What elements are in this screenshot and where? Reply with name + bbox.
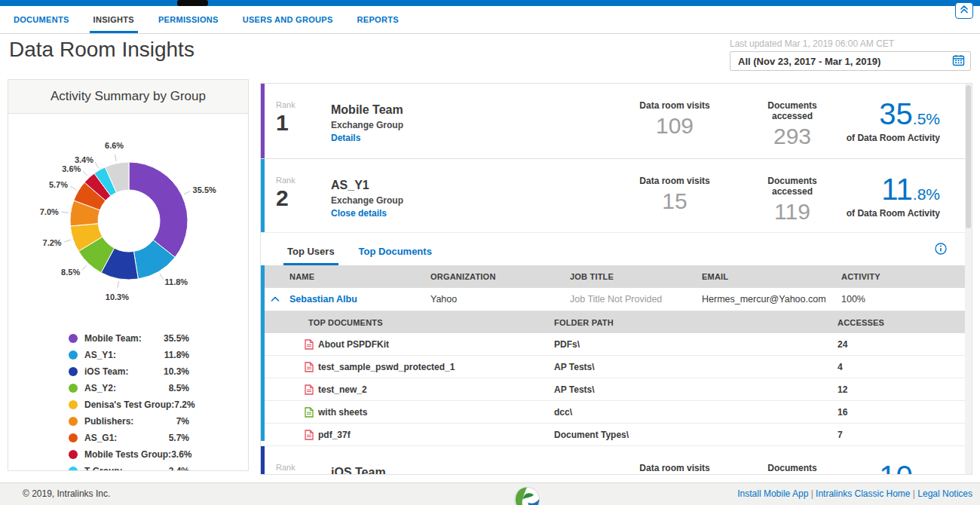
document-accesses: 16: [838, 407, 972, 418]
svg-text:35.5%: 35.5%: [193, 185, 216, 194]
svg-text:7.0%: 7.0%: [40, 207, 59, 216]
info-icon[interactable]: [935, 243, 947, 255]
last-updated-text: Last updated Mar 1, 2019 06:00 AM CET: [730, 38, 894, 49]
group-type: Exchange Group: [331, 195, 403, 206]
document-folder-path: AP Tests\: [554, 362, 838, 372]
main-nav: DOCUMENTS INSIGHTS PERMISSIONS USERS AND…: [0, 6, 980, 34]
chart-legend: Mobile Team: 35.5% AS_Y1: 11.8% iOS Team…: [69, 330, 189, 471]
document-folder-path: AP Tests\: [554, 384, 838, 395]
documents-list: About PSPDFKit PDFs\ 24 test_sample_pswd…: [261, 333, 972, 446]
tab-top-users[interactable]: Top Users: [283, 246, 338, 265]
nav-tab[interactable]: USERS AND GROUPS: [239, 6, 337, 33]
footer-link[interactable]: Install Mobile App: [737, 488, 808, 499]
document-name: About PSPDFKit: [318, 339, 389, 350]
rank-card-2: Rank 2 AS_Y1 Exchange Group Close detail…: [261, 159, 972, 233]
document-accesses: 7: [838, 430, 972, 440]
legend-value: 8.5%: [169, 383, 189, 393]
top-bar: [0, 0, 980, 6]
document-row: About PSPDFKit PDFs\ 24: [261, 333, 972, 356]
document-accesses: 4: [838, 362, 972, 372]
footer-link[interactable]: Legal Notices: [913, 488, 972, 499]
legend-label: Mobile Tests Group:: [84, 449, 171, 460]
document-folder-path: PDFs\: [554, 339, 838, 350]
group-name: AS_Y1: [331, 179, 403, 192]
legend-value: 11.8%: [164, 350, 189, 360]
document-row: pdf_37f Document Types\ 7: [261, 424, 972, 446]
rank-2-details: Top Users Top Documents NAME ORGANIZATIO…: [261, 233, 972, 446]
user-activity: 100%: [841, 294, 972, 305]
topbar-notch: [177, 0, 208, 6]
activity-percentage-caption: of Data Room Activity: [804, 208, 940, 219]
close-details-link[interactable]: Close details: [331, 208, 403, 219]
activity-percentage: 35.5%: [804, 99, 940, 129]
svg-text:7.2%: 7.2%: [43, 238, 62, 247]
document-name: test_new_2: [318, 384, 367, 395]
rank-accent-bar: [261, 159, 265, 232]
legend-label: Mobile Team:: [84, 333, 142, 344]
file-type-icon: [305, 430, 314, 440]
legend-item: iOS Team: 10.3%: [69, 363, 189, 380]
nav-tab[interactable]: DOCUMENTS: [10, 6, 73, 33]
svg-text:11.8%: 11.8%: [165, 277, 188, 286]
activity-percentage: 11.8%: [804, 174, 940, 204]
legend-value: 3.6%: [171, 449, 191, 460]
visits-value: 109: [633, 113, 716, 139]
file-type-icon: [305, 362, 314, 372]
user-name-link[interactable]: Sebastian Albu: [289, 294, 430, 305]
collapse-user-chevron-icon[interactable]: [271, 294, 280, 305]
ranks-scrollbar-thumb[interactable]: [966, 85, 971, 228]
document-accesses: 24: [838, 339, 972, 350]
group-name: iOS Team: [331, 466, 386, 475]
details-link[interactable]: Details: [331, 133, 403, 143]
footer-link[interactable]: Intralinks Classic Home: [811, 488, 911, 499]
user-row: Sebastian Albu Yahoo Job Title Not Provi…: [261, 288, 972, 311]
document-row: with sheets dcc\ 16: [261, 401, 972, 424]
document-folder-path: dcc\: [554, 407, 838, 418]
ranks-scrollbar[interactable]: [965, 84, 972, 474]
document-row: test_sample_pswd_protected_1 AP Tests\ 4: [261, 356, 972, 378]
legend-swatch-icon: [69, 384, 78, 393]
user-email: Hermes_mercur@Yahoo.com: [702, 294, 841, 305]
nav-tab[interactable]: PERMISSIONS: [155, 6, 222, 33]
nav-tab[interactable]: INSIGHTS: [90, 6, 138, 33]
document-name: with sheets: [318, 407, 367, 418]
document-row: test_new_2 AP Tests\ 12: [261, 378, 972, 401]
legend-label: Publishers:: [84, 416, 133, 427]
legend-label: iOS Team:: [84, 366, 128, 377]
legend-swatch-icon: [69, 433, 78, 442]
col-email: EMAIL: [702, 272, 841, 281]
legend-value: 7%: [176, 416, 189, 427]
svg-text:8.5%: 8.5%: [61, 268, 80, 277]
visits-label: Data room visits: [633, 100, 716, 111]
col-accesses: ACCESSES: [838, 318, 972, 327]
details-tabs: Top Users Top Documents: [261, 233, 972, 265]
user-job-title: Job Title Not Provided: [570, 294, 702, 305]
document-folder-path: Document Types\: [554, 430, 838, 440]
rank-card-3: Rank iOS Team Data room visits Documents…: [261, 446, 972, 475]
legend-item: AS_Y1: 11.8%: [69, 347, 189, 363]
documents-table-header: TOP DOCUMENTS FOLDER PATH ACCESSES: [261, 311, 972, 333]
footer: © 2019, Intralinks Inc. Install Mobile A…: [0, 482, 980, 505]
tab-top-documents[interactable]: Top Documents: [355, 246, 436, 265]
visits-value: 15: [633, 188, 716, 214]
legend-value: 5.7%: [169, 433, 189, 443]
document-name: pdf_37f: [318, 430, 351, 440]
legend-value: 3.4%: [169, 466, 189, 471]
svg-text:10.3%: 10.3%: [106, 292, 129, 301]
activity-percentage: 10.3%: [804, 461, 940, 475]
rank-label: Rank: [276, 463, 296, 472]
legend-label: T Group:: [84, 466, 123, 471]
date-range-value: All (Nov 23, 2017 - Mar 1, 2019): [738, 56, 952, 67]
nav-tab[interactable]: REPORTS: [354, 6, 403, 33]
date-range-select[interactable]: All (Nov 23, 2017 - Mar 1, 2019): [730, 51, 971, 71]
legend-swatch-icon: [69, 450, 78, 459]
visits-label: Data room visits: [633, 463, 716, 473]
intralinks-logo-icon: [513, 485, 541, 505]
collapse-panel-button[interactable]: [955, 2, 973, 19]
col-name: NAME: [289, 272, 430, 281]
visits-label: Data room visits: [633, 176, 716, 186]
footer-links: Install Mobile App Intralinks Classic Ho…: [737, 483, 972, 505]
calendar-icon: [952, 54, 965, 69]
activity-percentage-caption: of Data Room Activity: [804, 133, 940, 143]
legend-value: 7.2%: [174, 399, 194, 410]
